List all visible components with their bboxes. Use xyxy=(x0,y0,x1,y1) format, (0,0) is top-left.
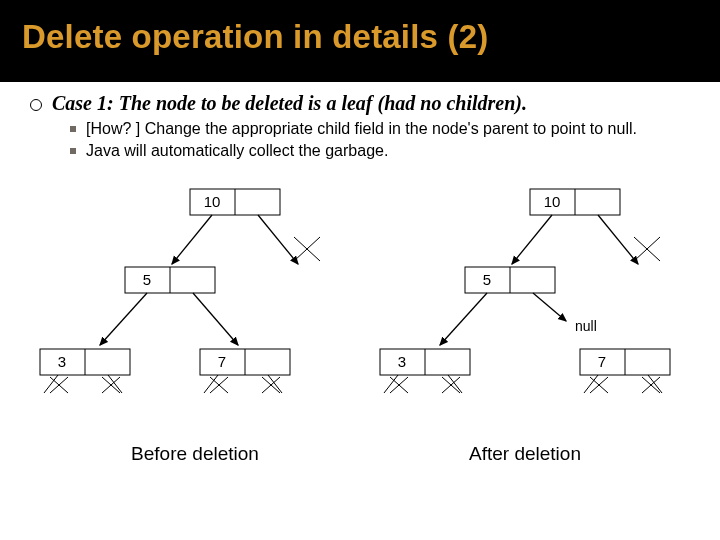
bullet-square-icon xyxy=(70,126,76,132)
node-3-right: 3 xyxy=(398,353,406,370)
slide-title: Delete operation in details (2) xyxy=(22,18,698,56)
sub-text-how: [How? ] Change the appropriate child fie… xyxy=(86,119,637,139)
svg-line-35 xyxy=(533,293,566,321)
svg-line-2 xyxy=(172,215,212,264)
caption-after: After deletion xyxy=(360,443,690,465)
sub-bullet-list: [How? ] Change the appropriate child fie… xyxy=(70,119,690,161)
trees-svg: 10 5 3 7 xyxy=(30,179,690,439)
sub-text-java: Java will automatically collect the garb… xyxy=(86,141,388,161)
svg-line-3 xyxy=(258,215,298,264)
svg-line-28 xyxy=(512,215,552,264)
node-10-right: 10 xyxy=(544,193,561,210)
svg-line-34 xyxy=(440,293,487,345)
case-text: Case 1: The node to be deleted is a leaf… xyxy=(52,92,527,115)
bullet-circle-icon xyxy=(30,99,42,111)
node-7-left: 7 xyxy=(218,353,226,370)
svg-line-9 xyxy=(193,293,238,345)
node-10-left: 10 xyxy=(204,193,221,210)
node-5-right: 5 xyxy=(483,271,491,288)
svg-line-8 xyxy=(100,293,147,345)
sub-bullet-java: Java will automatically collect the garb… xyxy=(70,141,690,161)
slide-content: Case 1: The node to be deleted is a leaf… xyxy=(0,82,720,465)
caption-before: Before deletion xyxy=(30,443,360,465)
node-5-left: 5 xyxy=(143,271,151,288)
node-7-right: 7 xyxy=(598,353,606,370)
slide-header: Delete operation in details (2) xyxy=(0,0,720,82)
case-bullet: Case 1: The node to be deleted is a leaf… xyxy=(30,92,690,115)
null-label: null xyxy=(575,318,597,334)
bullet-square-icon xyxy=(70,148,76,154)
node-3-left: 3 xyxy=(58,353,66,370)
tree-diagrams: 10 5 3 7 xyxy=(30,179,690,439)
svg-line-29 xyxy=(598,215,638,264)
diagram-captions: Before deletion After deletion xyxy=(30,443,690,465)
sub-bullet-how: [How? ] Change the appropriate child fie… xyxy=(70,119,690,139)
